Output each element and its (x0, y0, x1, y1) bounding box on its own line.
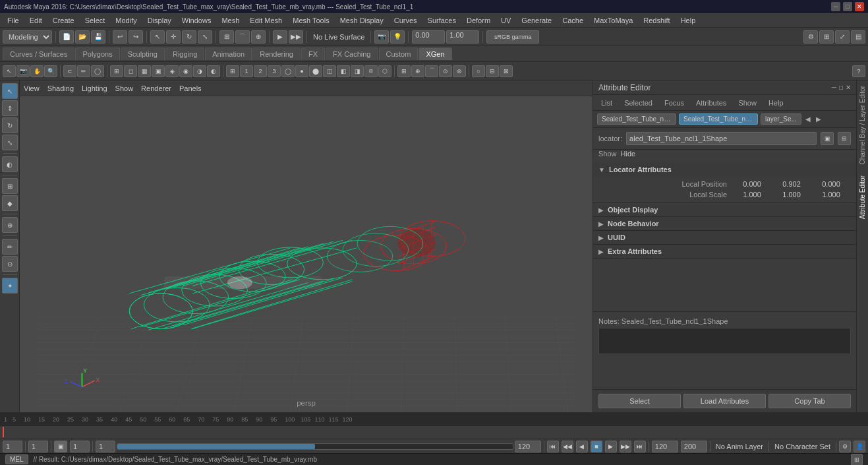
range-start-input[interactable] (96, 441, 115, 452)
edge-tab-channel-bay[interactable]: Channel Bay / Layer Editor (857, 80, 868, 170)
range-track[interactable] (117, 443, 513, 450)
tool-pan[interactable]: ✋ (30, 65, 43, 77)
tab-polygons[interactable]: Polygons (75, 47, 119, 60)
current-frame-input[interactable] (3, 441, 22, 452)
snap-together-btn[interactable]: ⊞ (2, 178, 18, 194)
undo-button[interactable]: ↩ (113, 30, 127, 44)
menu-edit[interactable]: Edit (25, 15, 47, 26)
menu-mesh-tools[interactable]: Mesh Tools (288, 15, 333, 26)
timeline-range[interactable] (96, 441, 541, 452)
light-btn[interactable]: 💡 (390, 30, 405, 44)
menu-mesh-display[interactable]: Mesh Display (335, 15, 388, 26)
stop-btn[interactable]: ■ (591, 441, 602, 452)
tool-camera[interactable]: 📷 (16, 65, 30, 77)
ae-tab-show[interactable]: Show (733, 98, 762, 108)
tool-tweak[interactable]: ⊠ (500, 65, 513, 77)
vp-menu-lighting[interactable]: Lighting (82, 84, 107, 92)
anim-end-input[interactable] (652, 441, 678, 452)
tab-curves-surfaces[interactable]: Curves / Surfaces (3, 47, 74, 60)
step-back-btn[interactable]: ◀◀ (562, 441, 573, 452)
go-to-end-btn[interactable]: ⏭ (634, 441, 646, 452)
notes-box[interactable] (598, 328, 851, 354)
soft-modify-btn[interactable]: ◐ (2, 156, 18, 172)
edge-tab-attribute-editor[interactable]: Attribute Editor (857, 170, 868, 224)
load-attributes-btn[interactable]: Load Attributes (683, 394, 766, 408)
range-end-input[interactable] (515, 441, 541, 452)
menu-mesh[interactable]: Mesh (217, 15, 244, 26)
rotate-tool[interactable]: ↻ (182, 30, 196, 44)
render-all-button[interactable]: ▶▶ (289, 30, 303, 44)
locator-attributes-header[interactable]: ▼ Locator Attributes (593, 163, 856, 176)
local-position-z[interactable]: 0.000 (811, 180, 851, 188)
extra-attributes-header[interactable]: ▶ Extra Attributes (593, 245, 856, 258)
fps-input[interactable] (681, 441, 707, 452)
play-back-btn[interactable]: ◀ (576, 441, 588, 452)
expand-btn[interactable]: ⊞ (819, 30, 834, 44)
tool-shading5[interactable]: ◐ (207, 65, 220, 77)
tool-snap-surface[interactable]: ⊙ (439, 65, 452, 77)
locator-input[interactable] (626, 132, 817, 145)
vp-menu-show[interactable]: Show (115, 84, 134, 92)
tool-sculpt[interactable]: ◯ (91, 65, 104, 77)
tool-select[interactable]: ↖ (3, 65, 16, 77)
tool-snap-curve[interactable]: ⌒ (425, 65, 438, 77)
vp-menu-shading[interactable]: Shading (47, 84, 74, 92)
snap-grid[interactable]: ⊞ (219, 30, 234, 44)
ae-tab-focus[interactable]: Focus (659, 98, 689, 108)
menu-windows[interactable]: Windows (177, 15, 216, 26)
locator-btn-2[interactable]: ⊞ (838, 132, 851, 145)
tool-snap-live[interactable]: ⊛ (453, 65, 466, 77)
char-set-btn2[interactable]: 👤 (854, 441, 865, 452)
language-selector[interactable]: MEL (5, 454, 28, 464)
tab-animation[interactable]: Animation (205, 47, 252, 60)
cluster-btn[interactable]: ⊙ (2, 256, 18, 272)
play-forward-btn[interactable]: ▶ (605, 441, 617, 452)
snap-point[interactable]: ⊕ (251, 30, 266, 44)
paint-weights-btn[interactable]: ✏ (2, 239, 18, 255)
copy-tab-btn[interactable]: Copy Tab (768, 394, 851, 408)
menu-help[interactable]: Help (676, 15, 701, 26)
tool-grid[interactable]: ⊞ (226, 65, 239, 77)
menu-curves[interactable]: Curves (390, 15, 422, 26)
tool-resolution1[interactable]: 1 (240, 65, 253, 77)
select-mode-btn[interactable]: ↖ (2, 83, 18, 99)
tool-zoom[interactable]: 🔍 (44, 65, 57, 77)
menu-surfaces[interactable]: Surfaces (423, 15, 461, 26)
ae-tab-help[interactable]: Help (763, 98, 789, 108)
tool-display3[interactable]: ⬤ (309, 65, 322, 77)
offset-x-input[interactable]: 0.00 (412, 30, 445, 44)
ae-close-btn[interactable]: ✕ (846, 84, 851, 91)
local-position-y[interactable]: 0.902 (772, 180, 811, 188)
tool-paint[interactable]: ✏ (77, 65, 90, 77)
tab-fx[interactable]: FX (301, 47, 325, 60)
menu-generate[interactable]: Generate (517, 15, 556, 26)
tab-custom[interactable]: Custom (379, 47, 419, 60)
tool-texture[interactable]: ▦ (138, 65, 151, 77)
ae-minimize-btn[interactable]: ─ (832, 84, 836, 91)
char-set-btn1[interactable]: ⚙ (839, 441, 851, 452)
ae-tab-attributes[interactable]: Attributes (691, 98, 732, 108)
node-tab-prev[interactable]: ◀ (804, 115, 812, 123)
close-button[interactable]: ✕ (855, 2, 864, 11)
move-tool[interactable]: ✛ (166, 30, 181, 44)
snap-point-btn[interactable]: ◆ (2, 195, 18, 211)
menu-redshift[interactable]: Redshift (639, 15, 674, 26)
go-to-start-btn[interactable]: ⏮ (547, 441, 559, 452)
tool-resolution2[interactable]: 2 (254, 65, 267, 77)
local-position-x[interactable]: 0.000 (732, 180, 772, 188)
frame-input-3[interactable] (70, 441, 90, 452)
node-tab-next[interactable]: ▶ (815, 115, 823, 123)
vp-menu-renderer[interactable]: Renderer (141, 84, 171, 92)
rotate-btn[interactable]: ↻ (2, 117, 18, 133)
tool-display2[interactable]: ● (295, 65, 308, 77)
menu-maxtomaya[interactable]: MaxToMaya (589, 15, 637, 26)
menu-uv[interactable]: UV (496, 15, 515, 26)
tab-xgen[interactable]: XGen (419, 47, 451, 60)
mode-dropdown[interactable]: Modeling (3, 30, 52, 44)
redo-button[interactable]: ↪ (129, 30, 143, 44)
timeline-bar[interactable] (0, 426, 868, 439)
camera-btn[interactable]: 📷 (374, 30, 389, 44)
tool-smooth[interactable]: ◻ (124, 65, 137, 77)
tool-display6[interactable]: ◨ (351, 65, 364, 77)
local-scale-y[interactable]: 1.000 (772, 191, 811, 199)
